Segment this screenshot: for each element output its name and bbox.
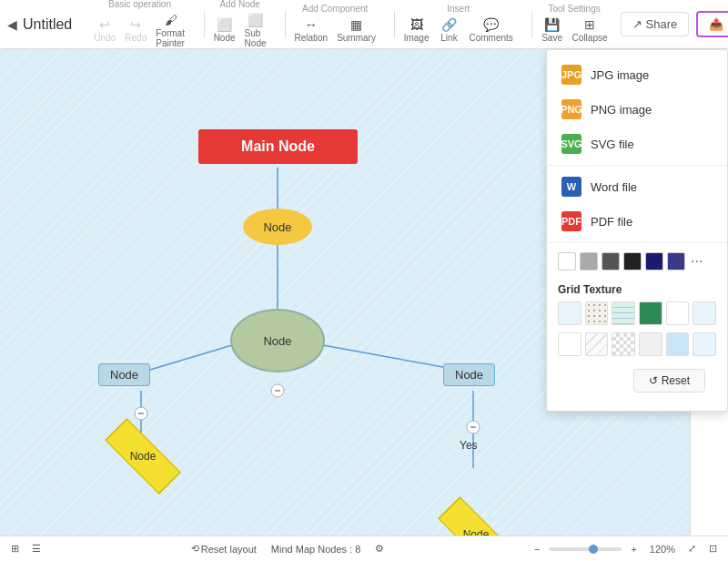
node-circle[interactable]: Node	[230, 309, 325, 372]
format-painter-icon: 🖌	[165, 13, 177, 27]
main-node[interactable]: Main Node	[198, 129, 358, 164]
jpg-label: JPG image	[591, 68, 649, 82]
texture-pale-blue[interactable]	[693, 332, 716, 356]
svg-point-6	[271, 384, 284, 397]
format-painter-button[interactable]: 🖌 Format Painter	[152, 11, 189, 50]
collapse-icon: ⊞	[584, 17, 595, 32]
mind-map-nodes-info: Mind Map Nodes : 8	[268, 542, 364, 556]
collapse-button[interactable]: ⊞ Collapse	[569, 15, 612, 45]
node-diamond-right[interactable]: Node	[440, 512, 511, 536]
export-png-button[interactable]: PNG PNG image	[547, 92, 727, 127]
jpg-icon: JPG	[561, 65, 581, 85]
texture-grid-dots[interactable]	[585, 301, 609, 325]
reset-layout-button[interactable]: ⟲ Reset layout	[187, 541, 260, 556]
svg-line-2	[141, 345, 232, 372]
zoom-in-button[interactable]: +	[627, 542, 640, 556]
list-view-button[interactable]: ☰	[28, 541, 45, 556]
undo-button[interactable]: ↩ Undo	[90, 15, 119, 45]
texture-plain-2[interactable]	[558, 332, 581, 356]
node-label: Node	[214, 33, 236, 43]
redo-button[interactable]: ↪ Redo	[121, 15, 150, 45]
texture-blue[interactable]	[666, 332, 690, 356]
export-button[interactable]: 📤 Export	[696, 11, 728, 37]
undo-icon: ↩	[99, 17, 110, 32]
reset-layout-icon: ⟲	[191, 543, 199, 555]
color-swatches-section: ···	[547, 247, 727, 280]
toolbar-right: ↗ Share 📤 Export	[621, 11, 728, 37]
export-pdf-button[interactable]: PDF PDF file	[547, 204, 727, 239]
summary-label: Summary	[337, 33, 376, 43]
reset-button[interactable]: ↺ Reset	[633, 369, 705, 393]
toolbar-group-toolsettings: Tool Settings 💾 Save ⊞ Collapse	[538, 4, 612, 45]
node-oval[interactable]: Node	[243, 209, 312, 245]
export-jpg-button[interactable]: JPG JPG image	[547, 57, 727, 92]
swatch-medium-blue[interactable]	[667, 252, 685, 270]
texture-plain-white[interactable]	[666, 301, 690, 325]
separator-1	[204, 11, 205, 38]
group-items-addnode: ⬜ Node ⬜ Sub Node	[210, 11, 270, 50]
export-svg-button[interactable]: SVG SVG file	[547, 127, 727, 161]
export-word-button[interactable]: W Word file	[547, 169, 727, 204]
texture-checked[interactable]	[612, 332, 635, 356]
toolbar-group-insert: Insert 🖼 Image 🔗 Link 💬 Comments	[400, 4, 517, 45]
zoom-slider[interactable]	[549, 547, 622, 551]
group-label-insert: Insert	[447, 4, 470, 14]
comments-button[interactable]: 💬 Comments	[465, 15, 516, 45]
format-painter-label: Format Painter	[156, 28, 186, 48]
link-button[interactable]: 🔗 Link	[434, 15, 463, 45]
image-button[interactable]: 🖼 Image	[400, 15, 433, 45]
word-icon: W	[561, 177, 581, 197]
mind-map-nodes-label: Mind Map Nodes : 8	[271, 544, 360, 555]
toolbar-group-basic: Basic operation ↩ Undo ↪ Redo 🖌 Format P…	[90, 0, 189, 50]
swatch-more-button[interactable]: ···	[691, 253, 703, 270]
texture-light-blue[interactable]	[693, 301, 716, 325]
png-icon: PNG	[561, 99, 581, 119]
node-button[interactable]: ⬜ Node	[210, 15, 239, 45]
group-label-addcomponent: Add Component	[302, 4, 368, 14]
texture-light-gray[interactable]	[639, 332, 662, 356]
comments-label: Comments	[469, 33, 512, 43]
swatch-gray[interactable]	[580, 252, 598, 270]
fit-button[interactable]: ⊡	[705, 541, 721, 556]
texture-dots[interactable]	[558, 301, 581, 325]
group-items-basic: ↩ Undo ↪ Redo 🖌 Format Painter	[90, 11, 189, 50]
toolbar: ◀ Untitled Basic operation ↩ Undo ↪ Redo…	[0, 0, 728, 49]
zoom-out-button[interactable]: −	[531, 542, 543, 556]
color-swatch-row: ···	[558, 252, 716, 270]
save-button[interactable]: 💾 Save	[538, 15, 567, 45]
toolbar-group-addnode: Add Node ⬜ Node ⬜ Sub Node	[210, 0, 270, 50]
toolbar-groups: Basic operation ↩ Undo ↪ Redo 🖌 Format P…	[90, 0, 620, 50]
summary-button[interactable]: ▦ Summary	[333, 15, 379, 45]
save-icon: 💾	[544, 17, 560, 32]
node-diamond-left[interactable]: Node	[107, 434, 178, 479]
separator-3	[394, 11, 395, 38]
swatch-black[interactable]	[623, 252, 642, 270]
relation-button[interactable]: ↔ Relation	[290, 15, 331, 45]
group-items-addcomponent: ↔ Relation ▦ Summary	[290, 15, 379, 45]
node-rect-right[interactable]: Node	[443, 363, 495, 386]
undo-label: Undo	[94, 33, 116, 43]
export-divider-2	[547, 242, 727, 243]
swatch-white[interactable]	[558, 252, 576, 270]
texture-diagonal[interactable]	[585, 332, 609, 356]
grid-view-button[interactable]: ⊞	[7, 541, 23, 556]
texture-solid-green[interactable]	[639, 301, 662, 325]
node-rect-left[interactable]: Node	[98, 363, 150, 386]
swatch-dark-blue[interactable]	[645, 252, 663, 270]
link-icon: 🔗	[441, 17, 457, 32]
zoom-slider-thumb	[589, 545, 598, 554]
share-button[interactable]: ↗ Share	[621, 12, 690, 36]
subnode-button[interactable]: ⬜ Sub Node	[241, 11, 270, 50]
save-label: Save	[541, 33, 562, 43]
swatch-dark-gray[interactable]	[602, 252, 620, 270]
zoom-level-display: 120%	[646, 542, 679, 556]
svg-point-10	[467, 421, 480, 434]
pdf-label: PDF file	[591, 215, 632, 229]
settings-button[interactable]: ⚙	[371, 541, 388, 556]
fullscreen-button[interactable]: ⤢	[684, 541, 700, 556]
image-icon: 🖼	[410, 17, 423, 32]
collapse-label: Collapse	[572, 33, 608, 43]
group-items-insert: 🖼 Image 🔗 Link 💬 Comments	[400, 15, 517, 45]
back-button[interactable]: ◀	[7, 14, 17, 36]
texture-lines[interactable]	[612, 301, 635, 325]
